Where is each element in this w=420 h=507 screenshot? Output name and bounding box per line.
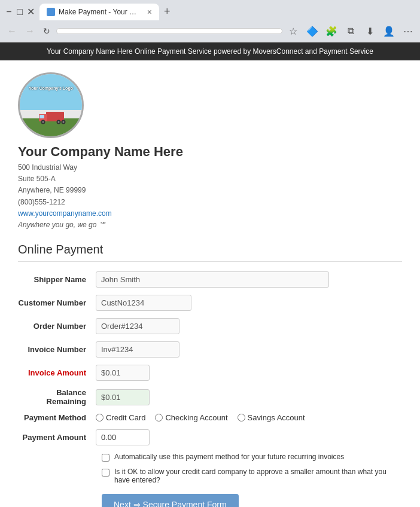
- browser-chrome: − □ ✕ Make Payment - Your Company × + ← …: [0, 0, 420, 42]
- banner-text: Your Company Name Here Online Payment Se…: [47, 47, 373, 56]
- tab-bar: Make Payment - Your Company × +: [39, 4, 175, 20]
- checking-account-option[interactable]: Checking Account: [155, 413, 227, 422]
- copy-icon[interactable]: ⧉: [343, 24, 358, 38]
- forward-button[interactable]: →: [23, 25, 37, 38]
- payment-method-group: Credit Card Checking Account Savings Acc…: [96, 413, 305, 422]
- savings-account-label: Savings Account: [248, 413, 305, 422]
- title-bar: − □ ✕ Make Payment - Your Company × +: [0, 0, 420, 20]
- order-number-input[interactable]: [96, 318, 179, 334]
- svg-point-6: [58, 121, 60, 123]
- balance-remaining-label: Balance Remaining: [18, 388, 96, 406]
- company-website-link[interactable]: www.yourcompanyname.com: [18, 209, 112, 218]
- tab-favicon: [47, 8, 55, 16]
- svg-rect-0: [46, 112, 64, 121]
- address-line3: Anywhere, NE 99999: [18, 185, 402, 196]
- new-tab-button[interactable]: +: [159, 5, 175, 18]
- credit-card-radio[interactable]: [96, 414, 104, 422]
- submit-button[interactable]: Next ⇒ Secure Payment Form: [102, 494, 239, 507]
- invoice-amount-row: Invoice Amount: [18, 365, 402, 381]
- smaller-amount-checkbox-row: Is it OK to allow your credit card compa…: [18, 468, 402, 484]
- address-line1: 500 Industrial Way: [18, 162, 402, 173]
- payment-amount-input[interactable]: [96, 429, 150, 445]
- shipper-name-input[interactable]: [96, 271, 329, 288]
- shipper-name-row: Shipper Name: [18, 271, 402, 288]
- invoice-amount-input[interactable]: [96, 365, 150, 381]
- order-number-label: Order Number: [18, 322, 96, 331]
- savings-account-option[interactable]: Savings Account: [238, 413, 305, 422]
- logo-sky: [20, 74, 84, 110]
- maximize-button[interactable]: □: [16, 8, 24, 16]
- logo-truck: [38, 108, 68, 127]
- svg-point-8: [63, 121, 65, 123]
- download-icon[interactable]: ⬇: [363, 24, 377, 38]
- customer-number-row: Customer Number: [18, 295, 402, 311]
- savings-account-radio[interactable]: [238, 414, 245, 422]
- company-header: Your Company's Logo: [0, 60, 420, 237]
- top-banner: Your Company Name Here Online Payment Se…: [0, 42, 420, 60]
- toolbar-icons: ☆ 🔷 🧩 ⧉ ⬇ 👤 ⋯: [286, 24, 415, 38]
- credit-card-option[interactable]: Credit Card: [96, 413, 145, 422]
- tab-title: Make Payment - Your Company: [59, 8, 141, 16]
- company-phone: (800)555-1212: [18, 197, 402, 208]
- truck-svg: [38, 108, 68, 125]
- address-bar-row: ← → ↻ ☆ 🔷 🧩 ⧉ ⬇ 👤 ⋯: [0, 20, 420, 42]
- shipper-name-label: Shipper Name: [18, 275, 96, 284]
- section-title: Online Payment: [18, 243, 402, 262]
- invoice-number-label: Invoice Number: [18, 345, 96, 354]
- payment-amount-label: Payment Amount: [18, 433, 96, 442]
- minimize-button[interactable]: −: [5, 8, 13, 16]
- company-tagline: Anywhere you go, we go ℠: [18, 219, 402, 231]
- auto-payment-label: Automatically use this payment method fo…: [114, 453, 344, 461]
- invoice-number-row: Invoice Number: [18, 341, 402, 358]
- payment-method-label: Payment Method: [18, 413, 96, 422]
- company-logo: Your Company's Logo: [18, 72, 84, 138]
- auto-payment-checkbox-row: Automatically use this payment method fo…: [18, 453, 402, 462]
- customer-number-label: Customer Number: [18, 298, 96, 307]
- page-content: Your Company Name Here Online Payment Se…: [0, 42, 420, 507]
- more-options-icon[interactable]: ⋯: [401, 24, 415, 38]
- address-line2: Suite 505-A: [18, 173, 402, 185]
- window-controls: − □ ✕: [5, 8, 35, 16]
- company-address: 500 Industrial Way Suite 505-A Anywhere,…: [18, 162, 402, 231]
- checking-account-label: Checking Account: [165, 413, 227, 422]
- bookmark-icon[interactable]: ☆: [286, 24, 300, 38]
- invoice-amount-label: Invoice Amount: [18, 368, 96, 377]
- profile-icon[interactable]: 👤: [382, 24, 396, 38]
- smaller-amount-checkbox[interactable]: [102, 469, 109, 477]
- back-button[interactable]: ←: [5, 25, 19, 38]
- payment-section: Online Payment Shipper Name Customer Num…: [0, 237, 420, 507]
- smaller-amount-label: Is it OK to allow your credit card compa…: [114, 468, 402, 484]
- active-tab[interactable]: Make Payment - Your Company ×: [39, 4, 159, 20]
- svg-point-4: [42, 121, 44, 123]
- payment-amount-row: Payment Amount: [18, 429, 402, 445]
- balance-remaining-row: Balance Remaining: [18, 388, 402, 406]
- submit-row: Next ⇒ Secure Payment Form: [18, 494, 402, 507]
- balance-remaining-input[interactable]: [96, 389, 150, 405]
- puzzle-icon[interactable]: 🧩: [324, 24, 339, 38]
- address-bar[interactable]: [56, 28, 282, 34]
- payment-form: Shipper Name Customer Number Order Numbe…: [18, 271, 402, 507]
- logo-text-overlay: Your Company's Logo: [20, 85, 82, 91]
- svg-rect-2: [39, 115, 44, 118]
- auto-payment-checkbox[interactable]: [102, 454, 109, 462]
- order-number-row: Order Number: [18, 318, 402, 334]
- refresh-button[interactable]: ↻: [41, 25, 53, 37]
- customer-number-input[interactable]: [96, 295, 191, 311]
- checking-account-radio[interactable]: [155, 414, 163, 422]
- tab-close-icon[interactable]: ×: [147, 7, 152, 17]
- payment-method-row: Payment Method Credit Card Checking Acco…: [18, 413, 402, 422]
- company-name: Your Company Name Here: [18, 144, 402, 160]
- logo-label: Your Company's Logo: [20, 85, 82, 91]
- logo-circle: Your Company's Logo: [18, 72, 84, 138]
- close-button[interactable]: ✕: [26, 8, 35, 16]
- extension-icon[interactable]: 🔷: [305, 24, 319, 38]
- credit-card-label: Credit Card: [106, 413, 145, 422]
- invoice-number-input[interactable]: [96, 341, 179, 358]
